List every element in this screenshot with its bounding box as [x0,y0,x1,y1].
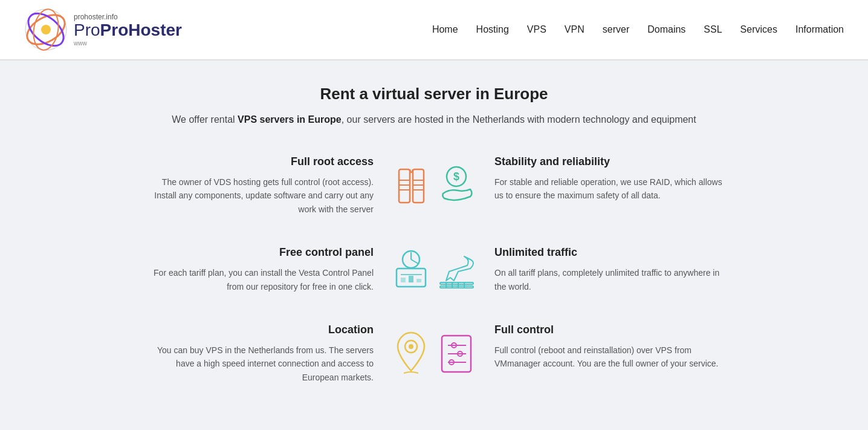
dollar-hand-icon: $ [437,163,476,209]
nav-information[interactable]: Information [795,24,844,35]
feature-icons-row2 [386,246,482,293]
nav-domains[interactable]: Domains [647,24,685,35]
feature-desc-traffic: On all tariff plans, completely unlimite… [494,266,724,293]
feature-desc-full-control: Full control (reboot and reinstallation)… [494,344,724,371]
nav-home[interactable]: Home [432,24,458,35]
feature-desc-location: You can buy VPS in the Netherlands from … [144,344,374,384]
logo-www: www [74,40,182,47]
feature-title-stability: Stability and reliability [494,155,797,168]
feature-stability: Stability and reliability For stable and… [482,155,797,216]
svg-point-4 [41,25,51,34]
feature-desc-stability: For stable and reliable operation, we us… [494,175,724,203]
main-content: Rent a virtual server in Europe We offer… [0,60,868,430]
feature-title-root: Full root access [71,155,374,168]
vest-icon [392,163,431,209]
svg-text:$: $ [453,171,459,183]
svg-point-28 [409,344,413,349]
nav-ssl[interactable]: SSL [704,24,722,35]
feature-title-traffic: Unlimited traffic [494,246,797,259]
feature-icons-row3 [386,324,482,384]
feature-free-panel: Free control panel For each tariff plan,… [71,246,386,293]
location-pin-icon [392,330,431,378]
svg-rect-5 [399,169,410,203]
feature-title-location: Location [71,324,374,336]
feature-desc-panel: For each tariff plan, you can install th… [144,266,374,293]
svg-rect-6 [413,169,424,203]
nav-services[interactable]: Services [740,24,777,35]
svg-rect-19 [409,276,413,282]
logo[interactable]: prohoster.info ProProHoster www [24,8,182,51]
features-grid: Full root access The owner of VDS hostin… [71,155,797,384]
logo-info: prohoster.info [74,13,182,21]
navigation: Home Hosting VPS VPN server Domains SSL … [432,24,844,35]
feature-icons-row1: $ [386,155,482,216]
feature-full-root-access: Full root access The owner of VDS hostin… [71,155,386,216]
feature-location: Location You can buy VPS in the Netherla… [71,324,386,384]
nav-vps[interactable]: VPS [527,24,546,35]
feature-title-full-control: Full control [494,324,797,336]
svg-rect-20 [416,279,421,282]
logo-name: ProProHoster [74,21,182,40]
feature-full-control: Full control Full control (reboot and re… [482,324,797,384]
page-title: Rent a virtual server in Europe [36,85,832,103]
logo-icon [24,8,68,51]
feature-desc-root: The owner of VDS hosting gets full contr… [144,175,374,216]
header: prohoster.info ProProHoster www Home Hos… [0,0,868,60]
nav-hosting[interactable]: Hosting [476,24,509,35]
feature-unlimited-traffic: Unlimited traffic On all tariff plans, c… [482,246,797,293]
feature-title-panel: Free control panel [71,246,374,259]
sliders-icon [437,330,476,378]
svg-rect-22 [440,286,473,288]
svg-rect-18 [401,278,406,282]
nav-vpn[interactable]: VPN [565,24,585,35]
page-subtitle: We offer rental VPS servers in Europe, o… [36,114,832,125]
svg-rect-21 [440,282,473,284]
airplane-icon [437,247,476,293]
nav-server[interactable]: server [603,24,629,35]
chart-icon [392,247,431,293]
